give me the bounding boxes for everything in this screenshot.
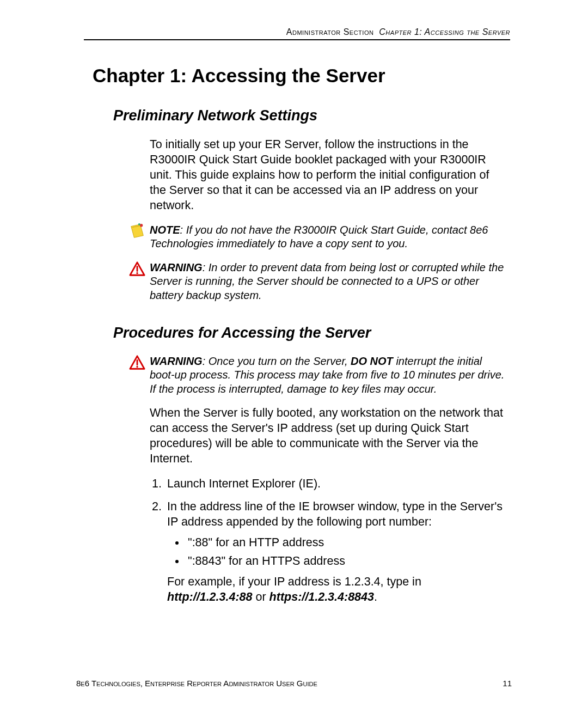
footer-left: 8e6 Technologies, Enterprise Reporter Ad… [76,679,317,688]
note-callout: NOTE: If you do not have the R3000IR Qui… [150,223,506,251]
chapter-title: Chapter 1: Accessing the Server [93,65,512,87]
example-url-https: https://1.2.3.4:8843 [270,590,374,603]
header-chapter: Chapter 1: Accessing the Server [379,27,510,36]
warning-icon [129,261,145,277]
page: Administrator Section Chapter 1: Accessi… [0,0,588,714]
warning-callout-1: WARNING: In order to prevent data from b… [150,261,506,303]
step-2-tail-mid: or [253,590,270,603]
step-2-tail-end: . [374,590,377,603]
svg-point-5 [136,365,138,367]
step-1: Launch Internet Explorer (IE). [165,477,506,492]
warning-label-1: WARNING [150,261,203,273]
warning-do-not: DO NOT [351,355,393,367]
bullet-https: ":8843" for an HTTPS address [186,554,506,569]
running-header: Administrator Section Chapter 1: Accessi… [84,27,510,40]
warning-callout-2: WARNING: Once you turn on the Server, DO… [150,355,506,396]
page-number: 11 [503,679,512,688]
step-2: In the address line of the IE browser wi… [165,499,506,605]
footer: 8e6 Technologies, Enterprise Reporter Ad… [76,679,512,688]
port-bullets: ":88" for an HTTP address ":8843" for an… [175,535,506,569]
steps-list: Launch Internet Explorer (IE). In the ad… [150,477,506,605]
header-section: Administrator Section [286,27,374,36]
note-icon [129,223,145,240]
warning-label-2: WARNING [150,355,203,367]
bullet-http: ":88" for an HTTP address [186,535,506,551]
note-text: : If you do not have the R3000IR Quick S… [150,224,488,250]
note-label: NOTE [150,224,180,236]
intro-paragraph: To initially set up your ER Server, foll… [150,137,506,213]
section-title-preliminary: Preliminary Network Settings [113,107,512,124]
step-2-intro: In the address line of the IE browser wi… [167,500,503,528]
section-title-procedures: Procedures for Accessing the Server [113,325,512,341]
step-2-tail-pre: For example, if your IP address is 1.2.3… [167,575,421,588]
warning-pre: : Once you turn on the Server, [203,355,351,367]
warning-text-1: : In order to prevent data from being lo… [150,261,504,301]
svg-point-3 [136,272,138,274]
example-url-http: http://1.2.3.4:88 [167,590,253,603]
procedures-intro: When the Server is fully booted, any wor… [150,406,506,467]
warning-icon [129,355,145,371]
svg-point-1 [138,223,140,225]
